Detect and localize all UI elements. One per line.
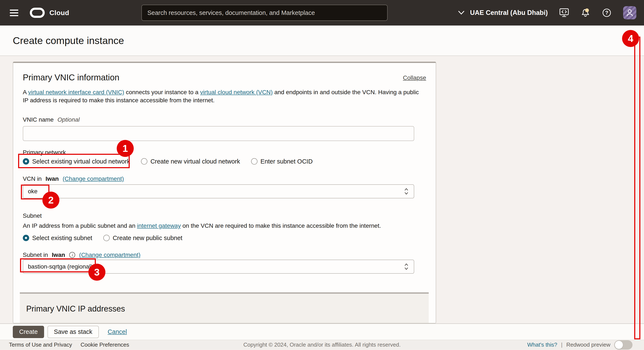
radio-select-existing-subnet[interactable]: Select existing subnet — [23, 234, 92, 242]
cloud-shell-button[interactable] — [559, 8, 569, 18]
form-action-bar: Create Save as stack Cancel — [0, 324, 644, 340]
notifications-button[interactable] — [580, 8, 590, 18]
vcn-in-label: VCN in — [23, 175, 42, 182]
desc-text: on the VCN are required to make this ins… — [181, 222, 381, 229]
vnic-name-label: VNIC name — [23, 116, 54, 123]
primary-vnic-ip-section[interactable]: Primary VNIC IP addresses — [20, 292, 429, 324]
svg-text:?: ? — [605, 10, 608, 15]
top-navigation-bar: Cloud UAE Central (Abu Dhabi) ? — [0, 0, 644, 25]
subnet-in-label: Subnet in — [23, 252, 48, 258]
bell-icon — [580, 8, 590, 18]
radio-unselected-icon — [251, 158, 258, 165]
vcn-select-value: oke — [28, 188, 38, 195]
collapse-link[interactable]: Collapse — [403, 74, 426, 81]
cloud-shell-icon — [559, 8, 569, 18]
user-icon — [625, 8, 635, 18]
primary-vnic-card: Primary VNIC information Collapse A virt… — [13, 62, 436, 324]
copyright-text: Copyright © 2024, Oracle and/or its affi… — [244, 342, 400, 348]
redwood-preview-toggle[interactable] — [614, 340, 632, 350]
select-chevrons-icon — [404, 187, 409, 195]
optional-hint: Optional — [58, 116, 80, 123]
radio-enter-subnet-ocid[interactable]: Enter subnet OCID — [251, 158, 313, 165]
notification-badge — [585, 8, 589, 12]
compartment-name: Iwan — [52, 252, 65, 258]
radio-label: Create new public subnet — [113, 234, 182, 242]
radio-label: Enter subnet OCID — [260, 158, 313, 165]
radio-unselected-icon — [141, 158, 147, 165]
oracle-logo-icon — [30, 8, 45, 18]
info-icon[interactable]: i — [69, 252, 76, 258]
subnet-select[interactable]: bastion-sqrtga (regional) — [23, 260, 414, 274]
region-selector[interactable]: UAE Central (Abu Dhabi) — [458, 9, 548, 16]
primary-network-label: Primary network — [23, 149, 426, 156]
vcn-doc-link[interactable]: virtual cloud network (VCN) — [200, 89, 273, 95]
user-avatar[interactable] — [623, 6, 636, 19]
terms-link[interactable]: Terms of Use and Privacy — [9, 342, 72, 348]
oracle-cloud-logo[interactable]: Cloud — [30, 8, 69, 18]
whats-this-link[interactable]: What's this? — [527, 342, 557, 348]
desc-text: connects your instance to a — [124, 89, 200, 95]
svg-text:i: i — [72, 253, 73, 257]
radio-create-new-vcn[interactable]: Create new virtual cloud network — [141, 158, 240, 165]
vnic-section-title: Primary VNIC information — [23, 73, 119, 82]
chevron-down-icon — [458, 10, 465, 15]
radio-create-new-public-subnet[interactable]: Create new public subnet — [103, 234, 182, 242]
subnet-label: Subnet — [23, 212, 426, 219]
footer-bar: Terms of Use and Privacy Cookie Preferen… — [0, 340, 644, 350]
cancel-link[interactable]: Cancel — [108, 328, 127, 335]
select-chevrons-icon — [404, 263, 409, 270]
region-label: UAE Central (Abu Dhabi) — [470, 9, 548, 16]
compartment-name: Iwan — [46, 175, 59, 182]
subnet-select-value: bastion-sqrtga (regional) — [28, 263, 93, 270]
save-as-stack-button[interactable]: Save as stack — [48, 326, 99, 338]
radio-label: Create new virtual cloud network — [150, 158, 240, 165]
vnic-description: A virtual network interface card (VNIC) … — [23, 88, 423, 104]
radio-selected-icon — [23, 158, 29, 165]
subnet-description: An IP address from a public subnet and a… — [23, 222, 426, 229]
brand-label: Cloud — [50, 9, 69, 17]
search-input[interactable] — [142, 5, 388, 21]
change-compartment-link-vcn[interactable]: (Change compartment) — [62, 175, 124, 182]
hamburger-menu-icon[interactable] — [10, 8, 19, 18]
help-button[interactable]: ? — [602, 8, 612, 18]
page-title: Create compute instance — [13, 35, 124, 46]
desc-text: An IP address from a public subnet and a… — [23, 222, 137, 229]
vcn-select[interactable]: oke — [23, 184, 414, 198]
vnic-name-input[interactable] — [23, 126, 414, 141]
create-button[interactable]: Create — [13, 326, 44, 338]
toggle-knob — [615, 341, 623, 349]
cookie-preferences-link[interactable]: Cookie Preferences — [80, 342, 129, 348]
help-icon: ? — [602, 8, 612, 18]
radio-label: Select existing subnet — [32, 234, 92, 242]
separator: | — [561, 342, 563, 348]
page-header: Create compute instance — [0, 25, 644, 56]
main-content: Primary VNIC information Collapse A virt… — [0, 56, 644, 324]
radio-select-existing-vcn[interactable]: Select existing virtual cloud network — [23, 158, 130, 165]
radio-unselected-icon — [103, 235, 110, 241]
radio-selected-icon — [23, 235, 29, 241]
internet-gateway-link[interactable]: internet gateway — [137, 222, 180, 229]
radio-label: Select existing virtual cloud network — [32, 158, 130, 165]
redwood-preview-label: Redwood preview — [566, 342, 610, 348]
vnic-doc-link[interactable]: virtual network interface card (VNIC) — [28, 89, 124, 95]
desc-text: A — [23, 89, 28, 95]
ip-section-title: Primary VNIC IP addresses — [26, 304, 429, 313]
change-compartment-link-subnet[interactable]: (Change compartment) — [79, 252, 140, 258]
